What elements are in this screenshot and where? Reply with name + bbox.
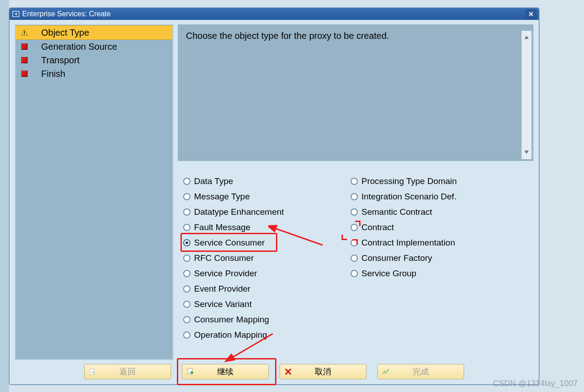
- step-object-type[interactable]: Object Type: [16, 25, 172, 40]
- option-datatype-enhancement[interactable]: Datatype Enhancement: [183, 204, 332, 220]
- step-label: Finish: [41, 69, 65, 79]
- radio-icon[interactable]: [351, 239, 358, 246]
- radio-icon[interactable]: [351, 224, 358, 231]
- option-label: Service Provider: [194, 269, 257, 279]
- dialog-window: Enterprise Services: Create ✕: [9, 8, 539, 385]
- continue-icon: [186, 367, 195, 376]
- option-label: RFC Consumer: [194, 253, 254, 263]
- content-column: Choose the object type for the proxy to …: [178, 24, 533, 360]
- radio-icon[interactable]: [183, 193, 190, 200]
- option-label: Datatype Enhancement: [194, 207, 284, 217]
- options-area: Data Type Message Type Datatype Enhancem…: [178, 161, 533, 360]
- option-service-provider[interactable]: Service Provider: [183, 266, 332, 281]
- options-col-1: Data Type Message Type Datatype Enhancem…: [183, 174, 332, 343]
- step-label: Transport: [41, 55, 80, 66]
- pending-icon: [20, 43, 28, 51]
- continue-button[interactable]: 继续: [182, 364, 269, 379]
- button-label: 返回: [119, 366, 136, 377]
- button-row: 返回 继续 取消 完成: [15, 363, 533, 381]
- window-icon: [12, 10, 19, 18]
- wizard-steps-panel: Object Type Generation Source Transport …: [15, 24, 173, 360]
- step-finish[interactable]: Finish: [16, 67, 172, 80]
- scroll-down-icon[interactable]: [523, 147, 530, 157]
- step-generation-source[interactable]: Generation Source: [16, 40, 172, 53]
- option-label: Data Type: [194, 176, 233, 186]
- window-title: Enterprise Services: Create: [22, 10, 526, 18]
- option-rfc-consumer[interactable]: RFC Consumer: [183, 250, 332, 266]
- radio-icon[interactable]: [183, 316, 190, 323]
- option-consumer-mapping[interactable]: Consumer Mapping: [183, 312, 332, 327]
- option-label: Contract: [361, 222, 394, 232]
- instruction-text: Choose the object type for the proxy to …: [186, 31, 522, 159]
- radio-icon[interactable]: [183, 255, 190, 262]
- title-bar: Enterprise Services: Create ✕: [9, 8, 539, 20]
- radio-icon[interactable]: [183, 301, 190, 308]
- option-label: Event Provider: [194, 284, 251, 294]
- radio-icon[interactable]: [183, 178, 190, 185]
- option-fault-message[interactable]: Fault Message: [183, 220, 332, 235]
- step-label: Generation Source: [41, 42, 117, 52]
- background-stripe: [0, 0, 9, 392]
- finish-button[interactable]: 完成: [377, 364, 464, 379]
- option-integration-scenario-def[interactable]: Integration Scenario Def.: [351, 189, 500, 204]
- option-label: Message Type: [194, 192, 250, 202]
- warning-icon: [20, 28, 28, 37]
- svg-rect-2: [24, 34, 25, 35]
- option-contract[interactable]: Contract: [351, 220, 500, 235]
- radio-icon[interactable]: [351, 193, 358, 200]
- option-label: Service Consumer: [194, 238, 265, 248]
- step-transport[interactable]: Transport: [16, 53, 172, 67]
- options-col-2: Processing Type Domain Integration Scena…: [351, 174, 500, 343]
- option-message-type[interactable]: Message Type: [183, 189, 332, 204]
- radio-icon[interactable]: [183, 224, 190, 231]
- window-body: Object Type Generation Source Transport …: [9, 20, 539, 384]
- option-contract-implementation[interactable]: Contract Implementation: [351, 235, 500, 250]
- option-event-provider[interactable]: Event Provider: [183, 281, 332, 297]
- main-columns: Object Type Generation Source Transport …: [15, 24, 533, 360]
- radio-icon[interactable]: [183, 208, 190, 216]
- finish-icon: [381, 367, 390, 376]
- option-data-type[interactable]: Data Type: [183, 174, 332, 189]
- radio-icon-selected[interactable]: [183, 239, 190, 246]
- option-label: Processing Type Domain: [361, 176, 457, 186]
- scroll-up-icon[interactable]: [523, 33, 530, 43]
- wizard-steps-inner: Object Type Generation Source Transport …: [16, 25, 172, 359]
- option-label: Fault Message: [194, 222, 251, 232]
- option-label: Consumer Mapping: [194, 315, 269, 325]
- radio-icon[interactable]: [183, 285, 190, 293]
- button-label: 取消: [315, 366, 331, 377]
- option-label: Service Variant: [194, 299, 252, 309]
- radio-icon[interactable]: [351, 178, 358, 185]
- radio-icon[interactable]: [351, 270, 358, 277]
- close-button[interactable]: ✕: [526, 9, 536, 19]
- option-service-variant[interactable]: Service Variant: [183, 297, 332, 312]
- button-label: 完成: [413, 366, 429, 377]
- pending-icon: [20, 70, 28, 78]
- back-icon: [88, 367, 97, 376]
- option-service-group[interactable]: Service Group: [351, 266, 500, 281]
- cancel-button[interactable]: 取消: [280, 364, 366, 379]
- option-label: Contract Implementation: [361, 238, 455, 248]
- radio-icon[interactable]: [351, 255, 358, 262]
- cancel-icon: [284, 367, 293, 376]
- option-processing-type-domain[interactable]: Processing Type Domain: [351, 174, 500, 189]
- option-operation-mapping[interactable]: Operation Mapping: [183, 327, 332, 343]
- back-button[interactable]: 返回: [84, 364, 171, 379]
- option-label: Service Group: [361, 269, 416, 279]
- radio-icon[interactable]: [183, 270, 190, 277]
- svg-rect-1: [24, 31, 25, 33]
- option-label: Consumer Factory: [361, 253, 432, 263]
- option-label: Operation Mapping: [194, 330, 267, 340]
- options-columns: Data Type Message Type Datatype Enhancem…: [183, 174, 533, 343]
- button-label: 继续: [217, 366, 233, 377]
- option-semantic-contract[interactable]: Semantic Contract: [351, 204, 500, 220]
- option-consumer-factory[interactable]: Consumer Factory: [351, 250, 500, 266]
- radio-icon[interactable]: [183, 331, 190, 339]
- option-label: Semantic Contract: [361, 207, 432, 217]
- pending-icon: [20, 56, 28, 64]
- radio-icon[interactable]: [351, 208, 358, 216]
- option-service-consumer[interactable]: Service Consumer: [183, 235, 332, 250]
- option-label: Integration Scenario Def.: [361, 192, 456, 202]
- instruction-panel: Choose the object type for the proxy to …: [178, 24, 533, 161]
- instruction-scrollbar[interactable]: [522, 31, 532, 159]
